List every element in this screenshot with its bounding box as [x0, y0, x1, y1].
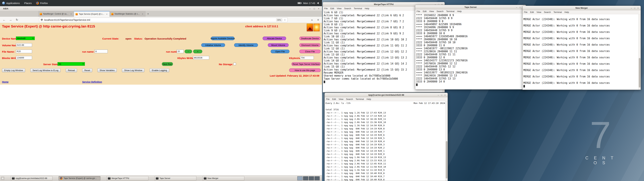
- service-definition-link[interactable]: Service Definition: [82, 80, 102, 83]
- log-action-button[interactable]: Show Log Window: [122, 68, 144, 72]
- file-name-field[interactable]: [16, 50, 32, 53]
- hamburger-menu-icon[interactable]: ≡: [316, 18, 321, 22]
- tab-close-icon[interactable]: ×: [142, 13, 144, 15]
- identify-volume-button[interactable]: Identify Volume: [234, 43, 258, 47]
- show-desktop-button[interactable]: [1, 177, 4, 180]
- terminal-menu-item[interactable]: View: [337, 98, 345, 100]
- terminal-menu-item[interactable]: File: [325, 98, 331, 100]
- reset-tape-server-button[interactable]: Reset Tape Server Interface: [292, 62, 321, 66]
- device-select[interactable]: /dev/nst0: [16, 36, 35, 40]
- terminal-menu-item[interactable]: Search: [343, 7, 352, 10]
- tab-close-icon[interactable]: ×: [70, 13, 72, 15]
- applications-menu[interactable]: Applications: [0, 0, 22, 6]
- back-icon[interactable]: ←: [2, 18, 7, 22]
- tab-close-icon[interactable]: ×: [106, 13, 108, 16]
- workspace-3[interactable]: [309, 176, 314, 180]
- terminal-menu-item[interactable]: Terminal: [552, 11, 563, 14]
- run-number-increment-button[interactable]: +: [193, 50, 202, 53]
- clock[interactable]: Mon 17:43: [303, 2, 315, 4]
- terminal-menu-item[interactable]: Search: [542, 11, 552, 14]
- reload-icon[interactable]: ↻: [14, 18, 20, 22]
- workspace-1[interactable]: [297, 176, 302, 180]
- home-link[interactable]: Home: [2, 80, 8, 83]
- minimize-icon[interactable]: –: [308, 7, 312, 10]
- terminal-menu-item[interactable]: Edit: [422, 10, 428, 12]
- terminal-menu-item[interactable]: View: [428, 10, 435, 12]
- help-button[interactable]: How to use this page: [289, 68, 321, 72]
- browser-tab[interactable]: NewMerger Statistics @ car… ×: [110, 11, 146, 17]
- maximize-icon[interactable]: □: [440, 94, 443, 96]
- initialise-volume-button[interactable]: Initialise Volume: [201, 43, 225, 47]
- terminal-menu-item[interactable]: Help: [563, 11, 570, 14]
- terminal-menu-item[interactable]: Help: [364, 7, 371, 10]
- next-run-button[interactable]: Next Run: [162, 62, 173, 66]
- terminal-menu-item[interactable]: Search: [435, 10, 445, 12]
- close-file-button[interactable]: Close File: [299, 50, 320, 53]
- maximize-icon[interactable]: □: [633, 6, 636, 10]
- close-icon[interactable]: ×: [444, 94, 446, 96]
- url-bar[interactable]: localhost:8115/TapeService/TapeService.t…: [39, 18, 288, 22]
- maximize-icon[interactable]: □: [312, 7, 316, 10]
- terminal-menu-item[interactable]: View: [535, 11, 542, 14]
- allocate-device-button[interactable]: Allocate Device: [263, 36, 286, 40]
- maximize-icon[interactable]: □: [518, 6, 522, 8]
- taskbar-window-button[interactable]: Merge/Tape HTTPd: [106, 176, 148, 180]
- no-storage-checkbox[interactable]: [234, 63, 236, 65]
- volume-icon[interactable]: [317, 2, 320, 4]
- close-icon[interactable]: ×: [317, 7, 320, 10]
- places-menu[interactable]: Places: [22, 0, 34, 6]
- terminal-menu-item[interactable]: Terminal: [354, 98, 365, 100]
- new-tab-button[interactable]: +: [146, 11, 151, 17]
- scrollbar-thumb[interactable]: [446, 141, 448, 178]
- open-file-button[interactable]: Open File: [271, 50, 290, 53]
- terminal-menu-item[interactable]: File: [415, 10, 422, 12]
- scrollbar[interactable]: [446, 101, 448, 181]
- minimize-icon[interactable]: –: [437, 94, 440, 96]
- taskbar-window-button[interactable]: Tape Service (Expert) @ carme-gsi…: [58, 176, 100, 180]
- mount-volume-button[interactable]: Mount Volume: [268, 43, 289, 47]
- forward-icon[interactable]: →: [8, 18, 13, 22]
- bookmark-star-icon[interactable]: ☆: [284, 18, 286, 22]
- run-name-field[interactable]: [94, 50, 108, 53]
- minimize-icon[interactable]: –: [630, 6, 633, 10]
- inquire-devices-button[interactable]: Inquire Available Devices: [211, 36, 234, 40]
- merger-titlebar[interactable]: New Merger – □ ×: [522, 6, 641, 10]
- server-state-select[interactable]: Go: [58, 62, 85, 66]
- tape-titlebar[interactable]: Tape Server – □ ×: [415, 5, 526, 10]
- dismount-volume-button[interactable]: Dismount Volume: [299, 43, 320, 47]
- kbytes-written-field[interactable]: [193, 56, 209, 60]
- log-action-button[interactable]: Show Variables: [98, 68, 117, 72]
- log-action-button[interactable]: Empty Log Window: [2, 68, 25, 72]
- close-icon[interactable]: ×: [636, 6, 640, 10]
- terminal-menu-item[interactable]: Terminal: [445, 10, 456, 12]
- terminal-menu-item[interactable]: Help: [456, 10, 463, 12]
- taskbar-window-button[interactable]: Tape Server: [154, 176, 196, 180]
- workspace-4[interactable]: [314, 176, 320, 180]
- run-number-decrement-button[interactable]: −: [185, 50, 192, 53]
- volume-name-field[interactable]: [16, 43, 32, 47]
- log-action-button[interactable]: Send Log Window to ELog: [30, 68, 60, 72]
- npg-titlebar[interactable]: npg@carme-gsi:/mnt/data1/G22-88 – □ ×: [325, 93, 448, 97]
- terminal-menu-item[interactable]: Edit: [529, 11, 535, 14]
- terminal-menu-item[interactable]: Edit: [329, 7, 336, 10]
- deallocate-device-button[interactable]: Deallocate Device: [299, 36, 320, 40]
- scrollbar-thumb[interactable]: [639, 58, 640, 88]
- log-action-button[interactable]: Reload: [66, 68, 77, 72]
- workspace-2[interactable]: [303, 176, 308, 180]
- scrollbar[interactable]: [638, 14, 641, 90]
- terminal-menu-item[interactable]: Help: [365, 98, 372, 100]
- zoom-indicator[interactable]: 80%: [276, 18, 282, 21]
- shield-icon[interactable]: [41, 19, 43, 21]
- kbytes-sec-field[interactable]: [300, 56, 314, 60]
- terminal-menu-item[interactable]: Search: [345, 98, 354, 100]
- terminal-menu-item[interactable]: View: [336, 7, 343, 10]
- minimize-icon[interactable]: –: [515, 6, 518, 8]
- overflow-menu-icon[interactable]: »: [310, 18, 314, 22]
- run-number-field[interactable]: [176, 50, 184, 53]
- firefox-app-menu[interactable]: Firefox: [34, 0, 50, 6]
- log-action-button[interactable]: Reset: [82, 68, 92, 72]
- firefox-titlebar[interactable]: AIDA – □ ×: [0, 6, 322, 11]
- taskbar-window-button[interactable]: npg@carme-gsi:/mnt/data1/G22-88: [10, 176, 52, 180]
- browser-tab[interactable]: Tape Service (Expert) @ car… ×: [74, 11, 110, 17]
- terminal-menu-item[interactable]: Terminal: [352, 7, 364, 10]
